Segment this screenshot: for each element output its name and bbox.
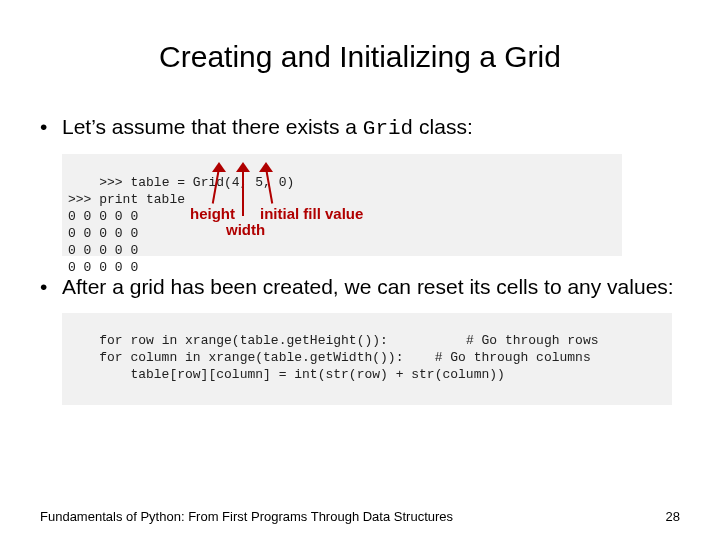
arrow-width-head (236, 162, 250, 172)
bullet-2-text: After a grid has been created, we can re… (62, 275, 674, 298)
annot-width: width (226, 220, 265, 240)
footer-left: Fundamentals of Python: From First Progr… (40, 509, 453, 524)
bullet-1-text-suffix: class: (413, 115, 473, 138)
slide-title: Creating and Initializing a Grid (40, 40, 680, 74)
footer-page-number: 28 (666, 509, 680, 524)
slide: Creating and Initializing a Grid Let’s a… (0, 0, 720, 540)
bullet-1-code: Grid (363, 117, 413, 140)
svg-marker-2 (259, 162, 273, 172)
bullet-1-text-prefix: Let’s assume that there exists a (62, 115, 363, 138)
svg-marker-1 (236, 162, 250, 172)
code-block-2: for row in xrange(table.getHeight()): # … (62, 313, 672, 405)
svg-marker-0 (212, 162, 226, 172)
slide-footer: Fundamentals of Python: From First Progr… (40, 509, 680, 524)
bullet-1: Let’s assume that there exists a Grid cl… (40, 114, 680, 142)
code-block-1: >>> table = Grid(4, 5, 0) >>> print tabl… (62, 154, 622, 256)
code-block-2-text: for row in xrange(table.getHeight()): # … (68, 333, 599, 382)
arrow-height-head (212, 162, 226, 172)
annot-fill: initial fill value (260, 204, 363, 224)
bullet-2: After a grid has been created, we can re… (40, 274, 680, 300)
arrow-fill-head (259, 162, 273, 172)
arrow-width-shaft (242, 168, 244, 216)
